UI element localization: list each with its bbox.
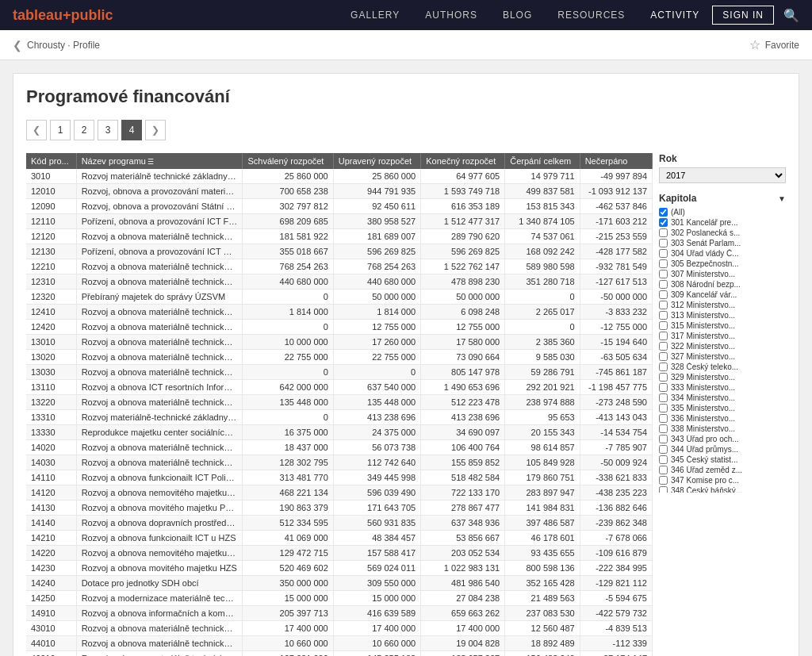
pagination-page-4[interactable]: 4 <box>121 120 142 140</box>
kapitola-checkbox-15[interactable] <box>659 363 668 371</box>
kapitola-checkbox-17[interactable] <box>659 383 668 392</box>
breadcrumb-path: Chrousty · Profile <box>27 40 100 51</box>
favorite-label[interactable]: Favorite <box>765 40 799 51</box>
kapitola-checkbox-item: 346 Úřad zeměd z... <box>659 465 786 475</box>
table-row: 12120 Rozvoj a obnova materiálně technic… <box>26 229 653 244</box>
cell-upraveny: 596 269 825 <box>333 244 420 259</box>
kapitola-checkbox-5[interactable] <box>659 259 668 268</box>
kapitola-checkbox-6[interactable] <box>659 270 668 278</box>
kapitola-checkbox-8[interactable] <box>659 290 668 299</box>
pagination-next[interactable]: ❯ <box>145 120 166 140</box>
kapitola-checkbox-0[interactable] <box>659 208 668 217</box>
cell-konecny: 289 790 620 <box>421 229 505 244</box>
kapitola-checkbox-2[interactable] <box>659 228 668 237</box>
kapitola-checkbox-12[interactable] <box>659 332 668 340</box>
kapitola-checkbox-1[interactable] <box>659 218 668 227</box>
chevron-down-icon[interactable]: ▼ <box>778 194 786 203</box>
cell-schvaleny: 15 000 000 <box>243 591 333 606</box>
nav-gallery[interactable]: GALLERY <box>338 10 412 21</box>
cell-cerpani: 292 201 921 <box>505 380 580 395</box>
kapitola-checkbox-26[interactable] <box>659 476 668 485</box>
cell-kod: 12320 <box>26 290 76 305</box>
kapitola-checkbox-23[interactable] <box>659 445 668 454</box>
cell-upraveny: 440 680 000 <box>333 274 420 290</box>
cell-nazev: Rozvoj a obnova funkcionailt ICT u HZS <box>76 531 243 546</box>
col-header-kod[interactable]: Kód pro... <box>26 153 76 169</box>
kapitola-checkbox-label: 327 Ministerstvo... <box>671 352 735 361</box>
kapitola-checkbox-14[interactable] <box>659 352 668 361</box>
table-row: 12420 Rozvoj a obnova materiálně technic… <box>26 320 653 335</box>
nav-resources[interactable]: RESOURCES <box>545 10 638 21</box>
nav-activity[interactable]: ACTIVITY <box>638 10 712 21</box>
cell-neczerpano: -15 194 640 <box>580 335 652 350</box>
cell-cerpani: 397 486 587 <box>505 516 580 531</box>
kapitola-checkbox-24[interactable] <box>659 455 668 464</box>
kapitola-checkbox-3[interactable] <box>659 239 668 247</box>
pagination-page-2[interactable]: 2 <box>74 120 94 140</box>
cell-cerpani: 18 892 489 <box>505 636 580 651</box>
kapitola-checkbox-27[interactable] <box>659 486 668 493</box>
cell-konecny: 203 052 534 <box>421 546 505 561</box>
kapitola-checkbox-4[interactable] <box>659 249 668 258</box>
kapitola-checkbox-19[interactable] <box>659 404 668 412</box>
kapitola-checkbox-7[interactable] <box>659 280 668 289</box>
pagination: ❮ 1 2 3 4 ❯ <box>26 120 786 140</box>
kapitola-checkbox-10[interactable] <box>659 311 668 320</box>
col-header-konecny[interactable]: Konečný rozpočet <box>421 153 505 169</box>
cell-nazev: Rozvoj, obnova a provozování Státní pokl… <box>76 199 243 214</box>
kapitola-checkbox-label: 338 Ministerstvo... <box>671 424 735 433</box>
kapitola-checkbox-item: 312 Ministerstvo... <box>659 300 786 310</box>
pagination-page-1[interactable]: 1 <box>50 120 71 140</box>
pagination-page-3[interactable]: 3 <box>98 120 118 140</box>
col-header-schvaleny[interactable]: Schválený rozpočet <box>243 153 333 169</box>
kapitola-checkbox-20[interactable] <box>659 414 668 423</box>
table-row: 14030 Rozvoj a obnova materiálně technic… <box>26 455 653 470</box>
col-header-upraveny[interactable]: Upravený rozpočet <box>333 153 420 169</box>
kapitola-checkbox-18[interactable] <box>659 393 668 402</box>
col-header-cerpani[interactable]: Čerpání celkem <box>505 153 580 169</box>
kapitola-checkbox-11[interactable] <box>659 321 668 330</box>
table-row: 13220 Rozvoj a obnova materiálně technic… <box>26 395 653 410</box>
table-row: 14240 Dotace pro jednotky SDH obcí 350 0… <box>26 576 653 591</box>
sign-in-button[interactable]: SIGN IN <box>712 6 774 25</box>
back-arrow[interactable]: ❮ <box>13 39 22 52</box>
cell-neczerpano: -63 505 634 <box>580 350 652 365</box>
pagination-prev[interactable]: ❮ <box>26 120 47 140</box>
cell-kod: 14020 <box>26 440 76 455</box>
kapitola-checkbox-13[interactable] <box>659 342 668 351</box>
kapitola-checkbox-21[interactable] <box>659 424 668 433</box>
kapitola-checkbox-item: 302 Poslanecká s... <box>659 228 786 238</box>
favorite-star-icon[interactable]: ☆ <box>749 37 760 52</box>
cell-neczerpano: -413 143 043 <box>580 410 652 425</box>
kapitola-checkbox-25[interactable] <box>659 466 668 474</box>
cell-neczerpano: -1 198 457 775 <box>580 380 652 395</box>
nav-authors[interactable]: AUTHORS <box>412 10 490 21</box>
kapitola-checkbox-9[interactable] <box>659 301 668 309</box>
rok-select[interactable]: 2017 <box>659 167 786 183</box>
kapitola-checkbox-label: 312 Ministerstvo... <box>671 301 735 309</box>
nav-blog[interactable]: BLOG <box>490 10 545 21</box>
kapitola-checkbox-item: 328 Český teleko... <box>659 362 786 372</box>
col-header-nazev[interactable]: Název programu <box>76 153 243 169</box>
cell-upraveny: 944 791 935 <box>333 184 420 199</box>
kapitola-checkbox-label: 309 Kancelář vár... <box>671 290 737 299</box>
kapitola-checkbox-label: 301 Kancelář pre... <box>671 218 738 227</box>
cell-konecny: 17 400 000 <box>421 621 505 636</box>
cell-neczerpano: -136 882 646 <box>580 501 652 516</box>
kapitola-checkbox-label: 345 Český statist... <box>671 455 737 464</box>
cell-cerpani: 20 155 343 <box>505 425 580 440</box>
cell-schvaleny: 135 448 000 <box>243 395 333 410</box>
kapitola-checkbox-label: 335 Ministerstvo... <box>671 404 735 412</box>
col-header-neczerpano[interactable]: Nečerpáno <box>580 153 652 169</box>
kapitola-checkbox-16[interactable] <box>659 373 668 382</box>
cell-upraveny: 181 689 007 <box>333 229 420 244</box>
cell-cerpani: 74 537 061 <box>505 229 580 244</box>
data-table-container: Kód pro... Název programu Schválený rozp… <box>26 153 653 656</box>
kapitola-checkbox-item: 334 Ministerstvo... <box>659 393 786 403</box>
kapitola-checkbox-label: 304 Úřad vlády Č... <box>671 249 739 258</box>
search-icon[interactable]: 🔍 <box>783 8 799 23</box>
kapitola-checkbox-22[interactable] <box>659 435 668 443</box>
cell-neczerpano: -49 997 894 <box>580 169 652 184</box>
cell-schvaleny: 10 660 000 <box>243 636 333 651</box>
cell-neczerpano: -1 093 912 137 <box>580 184 652 199</box>
